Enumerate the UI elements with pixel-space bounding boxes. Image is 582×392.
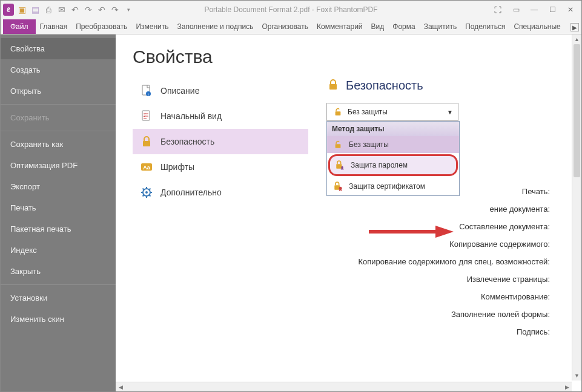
permission-label: ение документа:: [489, 204, 550, 214]
protection-method-combo[interactable]: Без защиты ▼ Метод защиты Без защиты: [326, 103, 458, 121]
ribbon-more-icon[interactable]: ▶: [570, 23, 579, 31]
ribbon-tab-view[interactable]: Вид: [367, 19, 389, 34]
sidebar-item-properties[interactable]: Свойства: [1, 38, 116, 59]
sidebar-item-index[interactable]: Индекс: [1, 240, 116, 261]
sidebar-item-save: Сохранить: [1, 107, 116, 128]
svg-point-8: [145, 191, 148, 194]
permission-label: Комментирование:: [481, 292, 550, 301]
lock-user-icon: [334, 160, 346, 171]
sidebar-separator: [1, 104, 116, 105]
ribbon-tab-share[interactable]: Поделиться: [461, 19, 509, 34]
ribbon-tab-fill-sign[interactable]: Заполнение и подпись: [173, 19, 258, 34]
email-icon[interactable]: ✉: [56, 4, 67, 15]
svg-line-15: [143, 195, 144, 197]
backstage-view: Свойства Создать Открыть Сохранить Сохра…: [1, 34, 581, 391]
category-label: Дополнительно: [160, 188, 222, 197]
security-panel: Безопасность Без защиты ▼ Метод защиты: [326, 78, 564, 205]
ribbon-tab-edit[interactable]: Изменить: [131, 19, 173, 34]
undo2-icon[interactable]: ↶: [96, 4, 107, 15]
qat-more-icon[interactable]: ▾: [123, 4, 134, 15]
svg-rect-19: [336, 144, 341, 148]
sidebar-separator: [1, 284, 116, 285]
permission-label: Копирование содержимого для спец. возмож…: [358, 257, 550, 266]
app-window: ℓ ▣ ▤ ⎙ ✉ ↶ ↷ ↶ ↷ ▾ Portable Document Fo…: [0, 0, 582, 392]
sidebar-item-optimize[interactable]: Оптимизация PDF: [1, 155, 116, 176]
sidebar-item-close[interactable]: Закрыть: [1, 261, 116, 282]
vertical-scrollbar[interactable]: ▲ ▼: [572, 34, 581, 381]
ribbon-tab-protect[interactable]: Защитить: [420, 19, 461, 34]
maximize-icon[interactable]: ☐: [544, 3, 561, 16]
redo2-icon[interactable]: ↷: [110, 4, 121, 15]
svg-rect-17: [329, 84, 337, 90]
dropdown-header: Метод защиты: [327, 122, 459, 136]
sidebar-item-export[interactable]: Экспорт: [1, 176, 116, 197]
permission-label: Копирование содержимого:: [449, 240, 550, 249]
save-icon[interactable]: ▤: [30, 4, 41, 15]
category-advanced[interactable]: Дополнительно: [133, 180, 308, 205]
fullscreen-icon[interactable]: [489, 3, 506, 16]
undo-icon[interactable]: ↶: [70, 4, 81, 15]
svg-rect-3: [142, 111, 150, 120]
open-icon[interactable]: ▣: [16, 4, 27, 15]
svg-line-14: [150, 195, 151, 197]
category-label: Безопасность: [160, 137, 214, 146]
category-initial-view[interactable]: Начальный вид: [133, 103, 308, 129]
category-security[interactable]: Безопасность: [133, 129, 308, 154]
file-tab[interactable]: Файл: [3, 19, 36, 34]
ribbon-tab-form[interactable]: Форма: [388, 19, 419, 34]
ribbon-tab-convert[interactable]: Преобразовать: [71, 19, 131, 34]
minimize-icon[interactable]: —: [526, 3, 543, 16]
category-label: Описание: [160, 86, 199, 96]
print-icon[interactable]: ⎙: [43, 4, 54, 15]
sidebar-separator: [1, 131, 116, 131]
lock-icon: [140, 135, 153, 148]
category-label: Шрифты: [160, 162, 194, 172]
dropdown-option-password[interactable]: Защита паролем: [328, 154, 458, 176]
ribbon-tab-special[interactable]: Специальные: [509, 19, 564, 34]
protection-method-dropdown: Метод защиты Без защиты: [326, 121, 460, 196]
scroll-left-icon[interactable]: ◀: [116, 382, 125, 391]
scroll-up-icon[interactable]: ▲: [572, 34, 581, 44]
dropdown-option-no-protection[interactable]: Без защиты: [327, 136, 459, 153]
ribbon-tab-home[interactable]: Главная: [36, 19, 72, 34]
sidebar-item-preferences[interactable]: Установки: [1, 287, 116, 309]
doc-info-icon: i: [140, 84, 153, 97]
close-icon[interactable]: ✕: [562, 3, 579, 16]
scroll-right-icon[interactable]: ▶: [562, 382, 572, 391]
scroll-down-icon[interactable]: ▼: [572, 371, 581, 381]
fonts-icon: Aa: [140, 160, 153, 174]
quick-access-toolbar: ℓ ▣ ▤ ⎙ ✉ ↶ ↷ ↶ ↷ ▾: [1, 4, 134, 15]
svg-text:i: i: [148, 93, 148, 96]
properties-categories: i Описание Начальный вид: [133, 78, 308, 205]
dropdown-option-label: Без защиты: [349, 140, 389, 149]
doc-check-icon: [140, 109, 153, 123]
category-label: Начальный вид: [160, 111, 222, 121]
horizontal-scrollbar[interactable]: ◀ ▶: [116, 382, 572, 391]
ribbon-tab-organize[interactable]: Организовать: [257, 19, 312, 34]
svg-rect-4: [143, 141, 150, 146]
category-description[interactable]: i Описание: [133, 78, 308, 103]
window-controls: ▭ — ☐ ✕: [489, 3, 581, 16]
ribbon-toggle-icon[interactable]: ▭: [508, 3, 524, 16]
dropdown-option-label: Защита паролем: [351, 161, 408, 169]
svg-point-21: [341, 166, 343, 168]
unlock-icon: [332, 140, 344, 149]
security-heading: Безопасность: [326, 78, 564, 93]
category-fonts[interactable]: Aa Шрифты: [133, 154, 308, 180]
sidebar-item-change-skin[interactable]: Изменить скин: [1, 309, 116, 330]
unlock-icon: [332, 107, 344, 117]
permission-label: Печать:: [522, 187, 550, 196]
ribbon-tabs: Файл Главная Преобразовать Изменить Запо…: [1, 19, 581, 34]
title-bar: ℓ ▣ ▤ ⎙ ✉ ↶ ↷ ↶ ↷ ▾ Portable Document Fo…: [1, 1, 581, 19]
sidebar-item-save-as[interactable]: Сохранить как: [1, 134, 116, 155]
sidebar-item-open[interactable]: Открыть: [1, 80, 116, 102]
ribbon-tab-comment[interactable]: Комментарий: [312, 19, 367, 34]
sidebar-item-print[interactable]: Печать: [1, 197, 116, 218]
sidebar-item-create[interactable]: Создать: [1, 59, 116, 80]
sidebar-item-batch-print[interactable]: Пакетная печать: [1, 218, 116, 240]
scrollbar-thumb[interactable]: [574, 44, 580, 177]
redo-icon[interactable]: ↷: [83, 4, 94, 15]
dropdown-option-certificate[interactable]: Защита сертификатом: [327, 177, 459, 195]
svg-text:Aa: Aa: [143, 165, 150, 171]
svg-rect-20: [336, 164, 342, 168]
